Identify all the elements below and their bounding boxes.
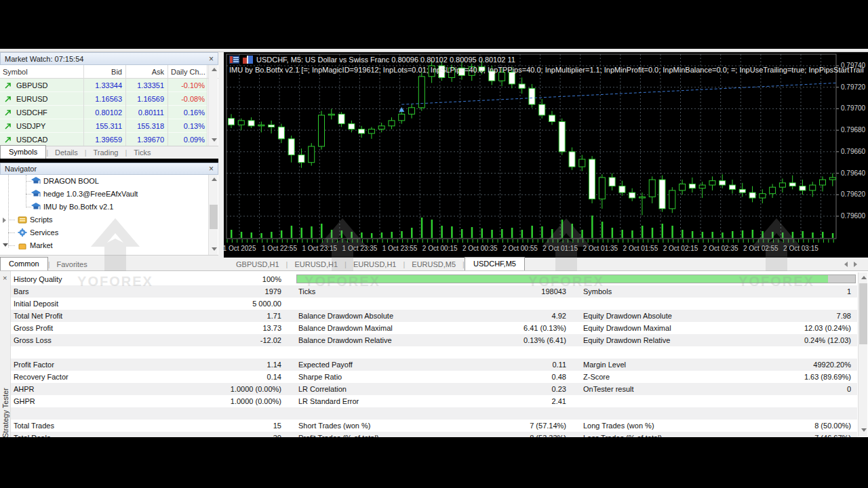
tester-report-row[interactable]: Total Trades15Short Trades (won %)7 (57.…: [11, 420, 857, 432]
expander-expand-icon[interactable]: [3, 218, 6, 223]
tester-report-row[interactable]: [11, 407, 857, 420]
market-watch-header: SymbolBidAskDaily Ch...: [0, 65, 218, 79]
market-watch-row[interactable]: USDCHF0.801020.801110.16%: [0, 106, 208, 119]
tester-report-row[interactable]: Gross Loss-12.02Balance Drawdown Relativ…: [11, 334, 857, 346]
chart-period-icon[interactable]: [243, 56, 253, 64]
tab-scroll-right[interactable]: [852, 261, 859, 268]
metric-value: 1.71: [183, 310, 281, 322]
candle-body: [739, 189, 745, 192]
navigator-item-imu-by-bo-botfx-v2-1[interactable]: IMU by Bo.Botfx v2.1: [0, 201, 203, 214]
market-watch-row[interactable]: EURUSD1.165631.16569-0.08%: [0, 92, 208, 106]
tester-report-row[interactable]: GHPR1.0000 (0.00%)LR Standard Error2.41: [11, 395, 857, 407]
volume-bar: [371, 233, 373, 238]
metric-label: Recovery Factor: [14, 371, 183, 383]
volume-bar: [572, 224, 574, 238]
symbol-name: EURUSD: [16, 92, 81, 106]
market-watch-tab-trading[interactable]: Trading: [87, 147, 125, 159]
close-icon[interactable]: ×: [209, 165, 214, 172]
volume-bar: [642, 226, 644, 238]
tester-scrollbar[interactable]: [858, 272, 867, 436]
scrollbar-thumb[interactable]: [859, 283, 867, 344]
candle-body: [519, 84, 525, 88]
expander-collapse-icon[interactable]: [3, 243, 8, 247]
chart-tab-eurusd-m5[interactable]: EURUSD,M5: [405, 259, 462, 270]
tester-report-row[interactable]: Bars1979Ticks198043Symbols1: [11, 285, 857, 298]
scroll-down-icon[interactable]: [212, 247, 217, 251]
scroll-up-icon[interactable]: [861, 276, 867, 279]
tester-report-row[interactable]: Initial Deposit5 000.00: [11, 298, 857, 310]
market-watch-scrollbar[interactable]: [208, 65, 218, 146]
column-header-ask[interactable]: Ask: [129, 65, 164, 79]
metric-label: Balance Drawdown Relative: [298, 334, 473, 346]
volume-bar: [471, 227, 473, 238]
market-watch-row[interactable]: GBPUSD1.333441.33351-0.10%: [0, 79, 208, 92]
market-watch-tab-ticks[interactable]: Ticks: [127, 147, 157, 159]
scroll-down-icon[interactable]: [861, 428, 867, 432]
market-watch-row[interactable]: USDCAD1.396591.396700.09%: [0, 133, 208, 146]
column-divider: [83, 65, 84, 146]
volume-bar: [581, 230, 583, 238]
close-icon[interactable]: ×: [209, 56, 214, 62]
chart-window[interactable]: 0.797400.797200.797000.796800.796600.796…: [224, 52, 868, 259]
tester-report-row[interactable]: Recovery Factor0.14Sharpe Ratio0.48Z-Sco…: [11, 371, 857, 383]
navigator-item-market[interactable]: Market: [0, 239, 203, 252]
market-watch-row[interactable]: USDJPY155.311155.3180.13%: [0, 119, 208, 133]
candlestick-chart[interactable]: 0.797400.797200.797000.796800.796600.796…: [224, 52, 868, 259]
navigator-tab-common[interactable]: Common: [0, 257, 48, 270]
navigator-scrollbar[interactable]: [208, 175, 218, 255]
metric-label: Profit Factor: [14, 359, 183, 371]
tester-report-row[interactable]: Total Net Profit1.71Balance Drawdown Abs…: [11, 310, 857, 322]
metric-value: 1.0000 (0.00%): [183, 383, 281, 395]
volume-bar: [561, 220, 564, 238]
volume-bar: [682, 230, 684, 238]
volume-bar: [291, 226, 293, 238]
chart-tab-gbpusd-h1[interactable]: GBPUSD,H1: [229, 259, 286, 270]
scroll-down-icon[interactable]: [212, 138, 217, 142]
navigator-item-hedge-1-0-3-freeeafxvault[interactable]: hedge 1.0.3@FreeEAfxVault: [0, 188, 203, 201]
scrollbar-thumb[interactable]: [210, 205, 218, 229]
symbol-name: USDCHF: [16, 106, 81, 119]
metric-value: 13.73: [183, 322, 281, 334]
chart-tab-usdchf-m5[interactable]: USDCHF,M5: [465, 257, 525, 270]
navigator-tab-favorites[interactable]: Favorites: [50, 259, 94, 270]
tester-report-row[interactable]: Gross Profit13.73Balance Drawdown Maxima…: [11, 322, 857, 334]
time-axis-label: 2 Oct 01:55: [623, 245, 658, 252]
tester-report-row[interactable]: Profit Factor1.14Expected Payoff0.11Marg…: [11, 359, 857, 371]
metric-value: 2.41: [475, 395, 566, 407]
scroll-up-icon[interactable]: [212, 68, 217, 71]
chart-tab-eurusd-h1[interactable]: EURUSD,H1: [347, 259, 403, 270]
depth-of-market-icon[interactable]: [229, 56, 239, 64]
column-header-symbol[interactable]: Symbol: [3, 65, 73, 79]
volume-bar: [621, 230, 623, 238]
volume-bar: [431, 220, 433, 238]
chart-tab-eurusd-h1[interactable]: EURUSD,H1: [288, 259, 344, 270]
plot-border: [226, 54, 836, 239]
close-icon[interactable]: ×: [3, 275, 7, 281]
expert-advisor-icon: [31, 203, 41, 211]
candle-body: [319, 115, 325, 146]
navigator-item-scripts[interactable]: Scripts: [0, 214, 203, 226]
metric-value: 1.63 (89.69%): [760, 371, 851, 383]
market-watch-tab-details[interactable]: Details: [48, 147, 85, 159]
price-axis-label: 0.79700: [841, 104, 866, 112]
metric-value: 15: [183, 420, 281, 432]
volume-bar: [351, 232, 353, 238]
strategy-tester-vertical-label[interactable]: Strategy Tester: [1, 388, 9, 438]
tester-report-row[interactable]: History Quality100%: [11, 273, 857, 285]
tester-report-row[interactable]: AHPR1.0000 (0.00%)LR Correlation0.23OnTe…: [11, 383, 857, 395]
metric-label: Long Trades (won %): [583, 420, 758, 432]
column-header-bid[interactable]: Bid: [87, 65, 122, 79]
daily-change-value: 0.13%: [170, 119, 205, 133]
tester-report-row[interactable]: [11, 346, 857, 359]
candle-body: [770, 187, 776, 194]
navigator-item-dragon-bool[interactable]: DRAGON BOOL: [0, 175, 203, 188]
metric-label: History Quality: [14, 273, 183, 285]
panel-splitter[interactable]: [218, 52, 224, 270]
scroll-up-icon[interactable]: [212, 178, 217, 181]
market-watch-tab-symbols[interactable]: Symbols: [0, 145, 46, 159]
candle-body: [619, 186, 625, 193]
tab-scroll-left[interactable]: [843, 261, 850, 268]
column-header-dailych[interactable]: Daily Ch...: [171, 65, 205, 79]
navigator-item-services[interactable]: Services: [0, 226, 203, 239]
candle-body: [719, 181, 726, 185]
